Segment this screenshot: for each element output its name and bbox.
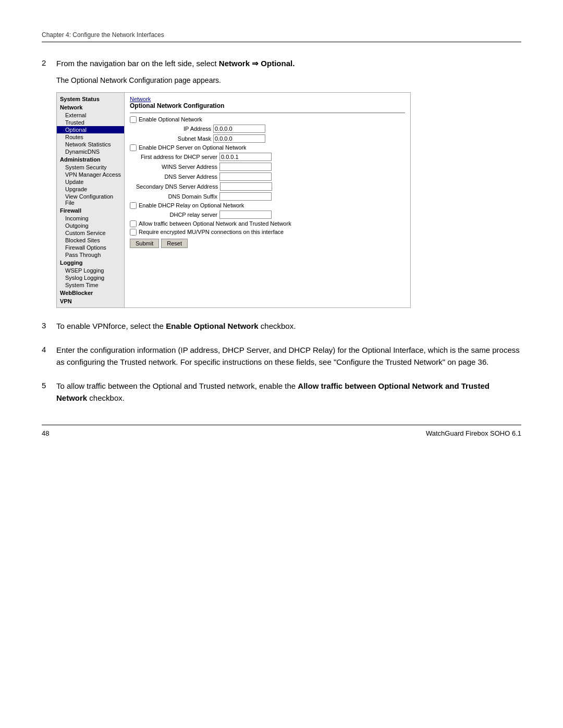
enable-dhcp-checkbox[interactable] (130, 144, 137, 151)
enable-dhcp-row: Enable DHCP Server on Optional Network (130, 144, 405, 151)
step-3-row: 3 To enable VPNforce, select the Enable … (42, 320, 521, 332)
nav-dynamicdns[interactable]: DynamicDNS (57, 148, 124, 155)
nav-outgoing[interactable]: Outgoing (57, 222, 124, 229)
chapter-header: Chapter 4: Configure the Network Interfa… (42, 31, 521, 42)
reset-button[interactable]: Reset (161, 239, 188, 248)
nav-vpn-header: VPN (57, 297, 124, 305)
nav-incoming[interactable]: Incoming (57, 215, 124, 222)
submit-area: Submit Reset (130, 239, 405, 248)
nav-network-header: Network (57, 103, 124, 112)
step-3-bold: Enable Optional Network (166, 322, 259, 330)
step-2-number: 2 (42, 58, 56, 67)
ip-address-label: IP Address (130, 126, 213, 132)
nav-wsep-logging[interactable]: WSEP Logging (57, 267, 124, 274)
dns-domain-row: DNS Domain Suffix (130, 192, 405, 201)
wins-input[interactable] (219, 163, 272, 171)
screenshot-box: System Status Network External Trusted O… (56, 92, 411, 308)
dns-row: DNS Server Address (130, 172, 405, 181)
first-address-input[interactable] (219, 153, 272, 161)
enable-optional-checkbox[interactable] (130, 116, 137, 123)
nav-trusted[interactable]: Trusted (57, 119, 124, 126)
enable-dhcp-relay-label: Enable DHCP Relay on Optional Network (139, 202, 244, 208)
step-4-row: 4 Enter the configuration information (I… (42, 344, 521, 368)
step-5-number: 5 (42, 380, 56, 390)
dns-domain-input[interactable] (219, 192, 272, 201)
nav-blocked-sites[interactable]: Blocked Sites (57, 237, 124, 244)
nav-system-security[interactable]: System Security (57, 164, 124, 171)
step-5-bold: Allow traffic between Optional Network a… (56, 381, 489, 402)
step-2-text: From the navigation bar on the left side… (56, 58, 521, 70)
nav-system-status: System Status (57, 95, 124, 103)
enable-optional-row: Enable Optional Network (130, 116, 405, 123)
nav-external[interactable]: External (57, 112, 124, 119)
step-2-bold: Network ⇒ Optional. (219, 59, 295, 68)
wins-row: WINS Server Address (130, 163, 405, 171)
content-title: Optional Network Configuration (130, 102, 405, 109)
step-5-row: 5 To allow traffic between the Optional … (42, 380, 521, 404)
nav-update[interactable]: Update (57, 178, 124, 186)
nav-firewall-options[interactable]: Firewall Options (57, 244, 124, 251)
step-3-number: 3 (42, 320, 56, 330)
dns-label: DNS Server Address (136, 174, 219, 180)
nav-system-time[interactable]: System Time (57, 281, 124, 289)
chapter-title: Chapter 4: Configure the Network Interfa… (42, 31, 164, 39)
allow-traffic-row: Allow traffic between Optional Network a… (130, 220, 405, 227)
nav-webblocker-header: WebBlocker (57, 289, 124, 297)
page-footer: 48 WatchGuard Firebox SOHO 6.1 (42, 425, 521, 437)
nav-upgrade[interactable]: Upgrade (57, 186, 124, 193)
allow-traffic-label: Allow traffic between Optional Network a… (139, 220, 291, 227)
nav-network-statistics[interactable]: Network Statistics (57, 141, 124, 148)
step-4-number: 4 (42, 344, 56, 354)
breadcrumb-network[interactable]: Network (130, 96, 405, 102)
dns-input[interactable] (219, 172, 272, 181)
first-address-row: First address for DHCP server (130, 153, 405, 161)
step-5-text: To allow traffic between the Optional an… (56, 380, 521, 404)
divider (130, 113, 405, 113)
require-encrypted-checkbox[interactable] (130, 229, 137, 236)
step-3-block: 3 To enable VPNforce, select the Enable … (42, 320, 521, 332)
step-4-block: 4 Enter the configuration information (I… (42, 344, 521, 368)
dhcp-relay-row: DHCP relay server (130, 211, 405, 219)
dhcp-relay-input[interactable] (219, 211, 272, 219)
nav-routes[interactable]: Routes (57, 133, 124, 141)
dhcp-relay-label: DHCP relay server (136, 212, 219, 218)
nav-vpn-manager-access[interactable]: VPN Manager Access (57, 171, 124, 178)
ip-address-row: IP Address (130, 125, 405, 133)
secondary-dns-input[interactable] (220, 182, 272, 191)
require-encrypted-label: Require encrypted MU/VPN connections on … (139, 229, 284, 235)
step-2-subtext: The Optional Network Configuration page … (56, 75, 521, 86)
subnet-mask-input[interactable] (213, 134, 265, 143)
page-number: 48 (42, 429, 49, 437)
secondary-dns-row: Secondary DNS Server Address (130, 182, 405, 191)
step-2-row: 2 From the navigation bar on the left si… (42, 58, 521, 70)
submit-button[interactable]: Submit (130, 239, 159, 248)
ip-address-input[interactable] (213, 125, 265, 133)
main-content-area: Network Optional Network Configuration E… (125, 93, 410, 307)
nav-logging-header: Logging (57, 258, 124, 267)
enable-dhcp-relay-checkbox[interactable] (130, 202, 137, 209)
nav-view-config-file[interactable]: View Configuration File (57, 193, 124, 206)
secondary-dns-label: Secondary DNS Server Address (136, 183, 220, 190)
enable-dhcp-label: Enable DHCP Server on Optional Network (139, 144, 246, 151)
subnet-mask-label: Subnet Mask (130, 135, 213, 142)
step-5-block: 5 To allow traffic between the Optional … (42, 380, 521, 404)
enable-optional-label: Enable Optional Network (139, 116, 202, 122)
nav-sidebar: System Status Network External Trusted O… (57, 93, 125, 307)
first-address-label: First address for DHCP server (136, 154, 219, 160)
wins-label: WINS Server Address (136, 164, 219, 170)
nav-firewall-header: Firewall (57, 206, 124, 215)
step-2-block: 2 From the navigation bar on the left si… (42, 58, 521, 308)
allow-traffic-checkbox[interactable] (130, 220, 137, 227)
nav-pass-through[interactable]: Pass Through (57, 251, 124, 258)
nav-optional[interactable]: Optional (57, 126, 124, 133)
product-name: WatchGuard Firebox SOHO 6.1 (426, 429, 521, 437)
require-encrypted-row: Require encrypted MU/VPN connections on … (130, 229, 405, 236)
nav-administration-header: Administration (57, 155, 124, 164)
step-4-text: Enter the configuration information (IP … (56, 344, 521, 368)
nav-syslog-logging[interactable]: Syslog Logging (57, 274, 124, 281)
dns-domain-label: DNS Domain Suffix (136, 193, 219, 200)
enable-dhcp-relay-row: Enable DHCP Relay on Optional Network (130, 202, 405, 209)
subnet-mask-row: Subnet Mask (130, 134, 405, 143)
nav-custom-service[interactable]: Custom Service (57, 229, 124, 237)
step-3-text: To enable VPNforce, select the Enable Op… (56, 320, 521, 332)
